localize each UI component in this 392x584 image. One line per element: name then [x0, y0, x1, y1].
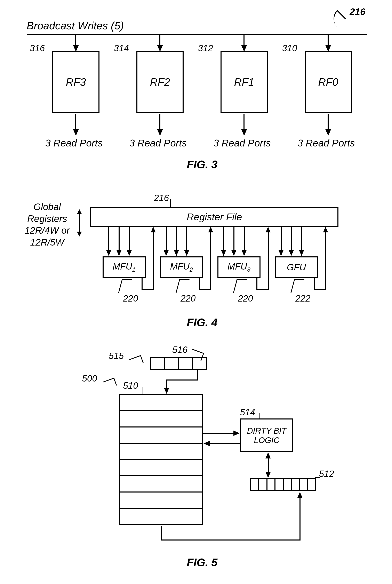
- rf0-box: RF0: [304, 51, 352, 113]
- arrow-shaft: [153, 232, 154, 290]
- readports-label: 3 Read Ports: [45, 138, 102, 149]
- arrow-shaft: [129, 227, 130, 251]
- leader-line: [170, 199, 171, 207]
- arrow-right-icon: [234, 430, 240, 436]
- arrow-up-icon: [323, 227, 328, 232]
- figure-3: 216 Broadcast Writes (5) RF3 316 3 Read …: [6, 6, 392, 182]
- ref-label-314: 314: [114, 43, 129, 53]
- stack-510: [119, 394, 203, 525]
- arrow-shaft: [161, 540, 300, 540]
- arrow-up-icon: [297, 492, 302, 498]
- arrow-down-icon: [73, 129, 79, 136]
- ref-label-220b: 220: [180, 293, 196, 304]
- ref-label-312: 312: [198, 43, 213, 53]
- register-file-box: Register File: [90, 207, 338, 227]
- arrow-shaft: [166, 380, 167, 389]
- arrow-down-icon: [106, 250, 111, 256]
- arrow-shaft: [280, 227, 282, 251]
- rf2-label: RF2: [150, 76, 170, 88]
- bidirectional-arrow-icon: [77, 209, 82, 236]
- arrow-down-icon: [157, 45, 163, 52]
- arrow-up-icon: [208, 227, 213, 232]
- figure-5: 515 516 500 510 514 DIRTY BIT LOGIC: [6, 351, 392, 576]
- arrow-down-icon: [127, 250, 132, 256]
- fig4-caption: FIG. 4: [6, 316, 392, 328]
- ref-label-514: 514: [240, 407, 255, 418]
- arrow-shaft: [203, 433, 234, 434]
- arrow-shaft: [166, 380, 198, 380]
- arrow-shaft: [186, 227, 187, 251]
- arrow-shaft: [197, 370, 198, 380]
- arrow-shaft: [142, 278, 142, 290]
- arrow-shaft: [160, 114, 160, 130]
- rf2-box: RF2: [136, 51, 184, 113]
- arrow-down-icon: [299, 250, 304, 256]
- arrow-down-icon: [241, 45, 247, 52]
- arrow-shaft: [328, 34, 328, 46]
- arrow-down-icon: [289, 250, 294, 256]
- fig5-caption: FIG. 5: [6, 556, 392, 568]
- rf3-box: RF3: [52, 51, 100, 113]
- arrow-shaft: [291, 227, 292, 251]
- leader-line: [290, 279, 304, 293]
- arrow-shaft: [176, 227, 177, 251]
- arrow-shaft: [166, 227, 167, 251]
- arrow-down-icon: [174, 250, 179, 256]
- ref-label-510: 510: [123, 380, 138, 391]
- mfu1-label: MFU1: [112, 261, 136, 273]
- arrow-down-icon: [325, 45, 331, 52]
- arrow-shaft: [244, 114, 244, 130]
- leader-line: [129, 355, 144, 367]
- arrow-shaft: [325, 232, 326, 290]
- broadcast-writes-label: Broadcast Writes (5): [27, 20, 124, 32]
- arrow-shaft: [210, 232, 211, 290]
- leader-line: [233, 279, 247, 293]
- dirty-bit-logic-label: DIRTY BIT LOGIC: [241, 426, 292, 445]
- rf3-label: RF3: [66, 76, 86, 88]
- arrow-shaft: [209, 443, 240, 444]
- mfu3-box: MFU3: [218, 256, 260, 278]
- arrow-shaft: [223, 227, 224, 251]
- ref-label-216: 216: [350, 6, 365, 17]
- dirty-bit-logic-box: DIRTY BIT LOGIC: [240, 418, 293, 452]
- leader-line: [176, 279, 190, 293]
- page: 216 Broadcast Writes (5) RF3 316 3 Read …: [6, 6, 392, 576]
- leader-line: [260, 413, 260, 418]
- leader-line: [118, 279, 132, 293]
- ref-label-515: 515: [109, 351, 124, 361]
- mfu3-label: MFU3: [228, 261, 250, 273]
- rf1-box: RF1: [220, 51, 268, 113]
- ref-label-310: 310: [282, 43, 297, 53]
- ref-label-216: 216: [154, 193, 169, 203]
- broadcast-line: [27, 34, 367, 35]
- arrow-shaft: [301, 227, 302, 251]
- arrow-down-icon: [164, 250, 168, 256]
- arrow-shaft: [75, 114, 76, 130]
- arrow-shaft: [244, 227, 245, 251]
- arrow-up-icon: [151, 227, 156, 232]
- ref-label-220c: 220: [238, 293, 253, 304]
- arrow-shaft: [256, 278, 258, 290]
- ref-label-516: 516: [172, 344, 187, 355]
- ref-label-500: 500: [82, 373, 97, 384]
- leader-line: [102, 378, 117, 390]
- readports-label: 3 Read Ports: [213, 138, 271, 149]
- arrow-shaft: [199, 289, 210, 290]
- register-file-label: Register File: [187, 211, 242, 222]
- arrow-down-icon: [116, 250, 122, 256]
- arrow-up-icon: [266, 227, 270, 232]
- arrow-down-icon: [73, 45, 79, 52]
- arrow-down-icon: [157, 129, 163, 136]
- arrow-shaft: [300, 498, 300, 540]
- arrow-shaft: [234, 227, 234, 251]
- arrow-shaft: [199, 278, 200, 290]
- arrow-shaft: [142, 289, 153, 290]
- arrow-left-icon: [204, 441, 210, 446]
- mfu2-box: MFU2: [160, 256, 203, 278]
- arrow-shaft: [244, 34, 244, 46]
- rf0-label: RF0: [318, 76, 338, 88]
- arrow-down-icon: [221, 250, 226, 256]
- ref-label-512: 512: [319, 469, 334, 479]
- arrow-down-icon: [325, 129, 331, 136]
- arrow-down-icon: [242, 250, 246, 256]
